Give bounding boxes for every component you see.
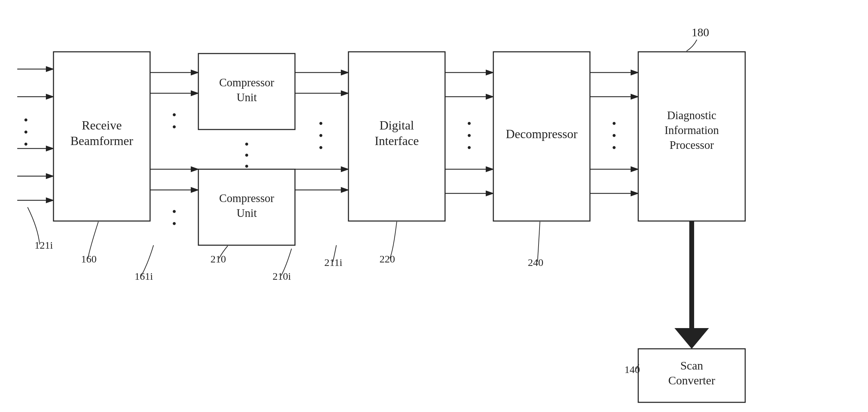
svg-text:•: • (467, 129, 472, 143)
svg-text:140: 140 (624, 364, 640, 375)
svg-text:•: • (172, 205, 177, 219)
svg-text:Scan: Scan (680, 359, 703, 372)
svg-text:Compressor: Compressor (219, 76, 274, 89)
svg-text:161i: 161i (135, 270, 153, 282)
svg-text:•: • (612, 117, 617, 131)
svg-text:Processor: Processor (670, 139, 714, 151)
svg-text:•: • (24, 125, 28, 139)
svg-text:Converter: Converter (668, 374, 716, 387)
svg-text:Beamformer: Beamformer (70, 134, 133, 148)
svg-text:•: • (172, 217, 177, 231)
svg-text:Receive: Receive (82, 118, 122, 132)
svg-text:Interface: Interface (375, 134, 419, 148)
svg-rect-57 (638, 52, 745, 221)
diagram-container: • • • Receive Beamformer • • • • Compres… (0, 0, 868, 412)
svg-text:•: • (245, 160, 249, 173)
svg-text:Unit: Unit (237, 91, 257, 104)
svg-text:180: 180 (692, 26, 709, 39)
svg-text:•: • (319, 141, 323, 155)
svg-text:Digital: Digital (379, 118, 414, 132)
svg-text:Compressor: Compressor (219, 192, 274, 204)
svg-text:Diagnostic: Diagnostic (667, 109, 717, 122)
svg-text:Information: Information (664, 124, 719, 136)
svg-text:210: 210 (210, 253, 226, 265)
svg-text:240: 240 (528, 257, 543, 268)
svg-text:•: • (612, 129, 617, 143)
svg-text:•: • (172, 120, 177, 134)
svg-text:121i: 121i (34, 239, 53, 251)
svg-text:Unit: Unit (237, 207, 257, 219)
svg-text:•: • (24, 137, 28, 151)
svg-text:•: • (612, 141, 617, 155)
svg-text:•: • (467, 141, 472, 155)
svg-text:•: • (172, 108, 177, 122)
svg-text:220: 220 (379, 253, 395, 265)
svg-marker-63 (674, 328, 709, 349)
svg-text:210i: 210i (273, 270, 291, 282)
svg-text:•: • (24, 113, 28, 127)
svg-text:•: • (467, 117, 472, 131)
svg-text:Decompressor: Decompressor (506, 127, 578, 141)
svg-text:•: • (319, 117, 323, 131)
svg-text:•: • (319, 129, 323, 143)
svg-text:211i: 211i (324, 257, 342, 268)
